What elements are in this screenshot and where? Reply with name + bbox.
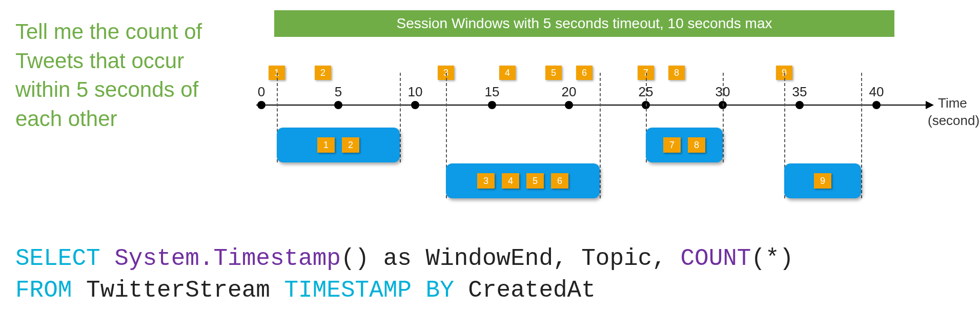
tick-label: 20 bbox=[562, 84, 577, 100]
session-window: 78 bbox=[646, 128, 723, 162]
sql-code: SELECT System.Timestamp() as WindowEnd, … bbox=[15, 243, 965, 311]
guide-line bbox=[400, 73, 401, 162]
event-chip: 5 bbox=[545, 66, 562, 80]
session-window: 9 bbox=[784, 163, 861, 198]
fn-systimestamp: System.Timestamp bbox=[114, 245, 341, 272]
tick-dot bbox=[795, 101, 804, 109]
window-event-chip: 6 bbox=[551, 173, 568, 189]
window-event-chip: 3 bbox=[477, 173, 495, 189]
sql-text: TwitterStream bbox=[72, 277, 284, 304]
sql-text: () as WindowEnd, Topic, bbox=[341, 245, 681, 272]
tick-dot bbox=[257, 101, 266, 109]
sql-text: (second, 5, 10) bbox=[426, 309, 638, 311]
session-window: 3456 bbox=[446, 163, 600, 198]
timeline-area: Time (second) 05101520253035401234567891… bbox=[256, 43, 965, 197]
tick-label: 0 bbox=[258, 84, 265, 100]
tick-dot bbox=[334, 101, 342, 109]
diagram: Session Windows with 5 seconds timeout, … bbox=[256, 10, 965, 217]
sql-text: (*) bbox=[751, 245, 793, 272]
guide-line bbox=[861, 73, 862, 198]
tick-dot bbox=[411, 101, 419, 109]
event-chip: 2 bbox=[315, 66, 331, 80]
axis-title: Time bbox=[938, 95, 967, 111]
event-chip: 4 bbox=[499, 66, 516, 80]
window-event-chip: 9 bbox=[814, 173, 831, 189]
kw-groupby: GROUP BY bbox=[15, 309, 129, 311]
tick-dot bbox=[488, 101, 496, 109]
window-event-chip: 1 bbox=[317, 137, 335, 153]
banner-title: Session Windows with 5 seconds timeout, … bbox=[274, 10, 894, 37]
tick-label: 15 bbox=[485, 84, 500, 100]
kw-select: SELECT bbox=[15, 245, 100, 272]
sql-text: Topic, bbox=[129, 309, 242, 311]
event-chip: 8 bbox=[668, 66, 685, 80]
window-event-chip: 8 bbox=[688, 137, 705, 153]
caption-text: Tell me the count of Tweets that occur w… bbox=[15, 10, 231, 134]
kw-from: FROM bbox=[15, 277, 72, 304]
tick-label: 5 bbox=[335, 84, 342, 100]
guide-line bbox=[723, 73, 724, 162]
tick-label: 35 bbox=[792, 84, 807, 100]
sql-text: CreatedAt bbox=[454, 277, 596, 304]
tick-label: 10 bbox=[408, 84, 423, 100]
window-event-chip: 2 bbox=[342, 137, 359, 153]
session-window: 12 bbox=[277, 128, 400, 162]
time-axis bbox=[256, 105, 933, 106]
window-event-chip: 7 bbox=[663, 137, 681, 153]
event-chip: 6 bbox=[576, 66, 593, 80]
tick-label: 40 bbox=[869, 84, 884, 100]
tick-dot bbox=[565, 101, 573, 109]
guide-line bbox=[600, 73, 601, 198]
fn-sessionwindow: SessionWindow bbox=[242, 309, 426, 311]
window-event-chip: 4 bbox=[502, 173, 519, 189]
axis-subtitle: (second) bbox=[928, 113, 979, 129]
kw-timestampby: TIMESTAMP BY bbox=[284, 277, 454, 304]
window-event-chip: 5 bbox=[526, 173, 544, 189]
tick-dot bbox=[872, 101, 881, 109]
fn-count: COUNT bbox=[680, 245, 751, 272]
